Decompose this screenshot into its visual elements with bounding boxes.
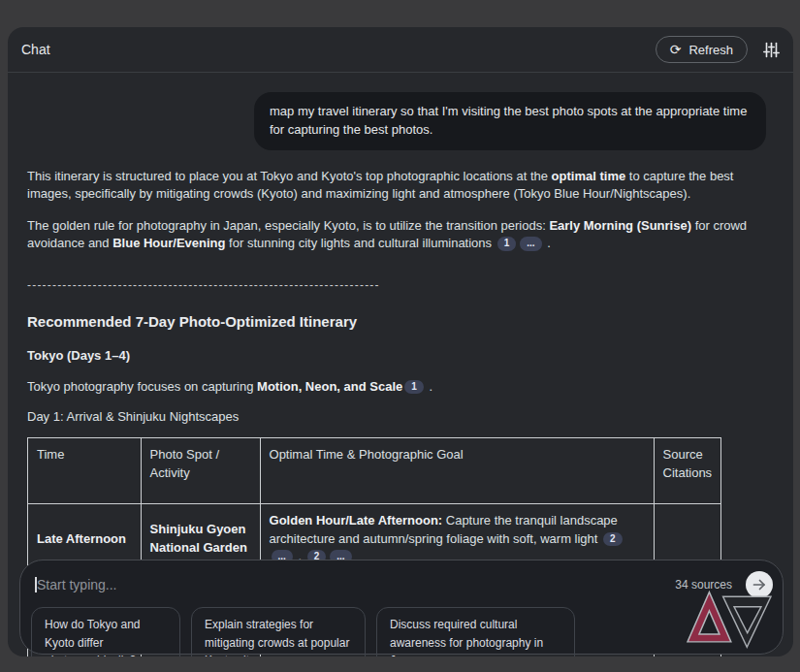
- suggestion-chip[interactable]: How do Tokyo and Kyoto differ photograph…: [31, 607, 180, 656]
- refresh-icon: ⟳: [670, 43, 682, 56]
- itinerary-heading: Recommended 7-Day Photo-Optimized Itiner…: [27, 313, 774, 330]
- suggestion-chip[interactable]: Discuss required cultural awareness for …: [376, 607, 575, 656]
- page-title: Chat: [21, 42, 50, 57]
- tokyo-days-subheading: Tokyo (Days 1–4): [27, 348, 774, 363]
- tune-icon: [763, 42, 780, 58]
- column-header-goal: Optimal Time & Photographic Goal: [260, 438, 654, 504]
- chat-panel: Chat ⟳ Refresh map my travel itinerary s…: [8, 27, 793, 656]
- chat-header: Chat ⟳ Refresh: [8, 27, 793, 73]
- bold-text: Early Morning (Sunrise): [549, 218, 691, 233]
- message-divider: ----------------------------------------…: [27, 278, 774, 292]
- citation-chip[interactable]: ...: [520, 237, 541, 251]
- bold-text: Blue Hour/Evening: [112, 236, 225, 250]
- column-header-citations: Source Citations: [654, 438, 721, 504]
- compose-row: 34 sources: [20, 560, 783, 600]
- citation-chip[interactable]: 1: [404, 380, 424, 395]
- refresh-button-label: Refresh: [688, 43, 733, 57]
- assistant-paragraph: Tokyo photography focuses on capturing M…: [27, 378, 774, 396]
- refresh-button[interactable]: ⟳ Refresh: [656, 36, 748, 63]
- android-police-logo: [685, 589, 774, 651]
- citation-chip[interactable]: 1: [497, 237, 517, 251]
- assistant-paragraph: The golden rule for photography in Japan…: [27, 217, 774, 253]
- user-message-bubble: map my travel itinerary so that I'm visi…: [254, 92, 766, 150]
- bold-text: Golden Hour/Late Afternoon:: [270, 513, 443, 528]
- suggestion-chip[interactable]: Explain strategies for mitigating crowds…: [191, 607, 366, 656]
- citation-chip[interactable]: 2: [603, 532, 623, 547]
- assistant-paragraph: This itinerary is structured to place yo…: [27, 168, 774, 204]
- bold-text: optimal time: [552, 169, 626, 183]
- column-header-spot: Photo Spot / Activity: [141, 438, 260, 504]
- bold-text: Motion, Neon, and Scale: [257, 379, 402, 394]
- chat-input[interactable]: [37, 577, 667, 592]
- column-header-time: Time: [28, 438, 142, 504]
- chat-settings-button[interactable]: [763, 42, 780, 58]
- composer-panel: 34 sources How do Tokyo and Kyoto differ…: [19, 560, 784, 655]
- table-header-row: Time Photo Spot / Activity Optimal Time …: [28, 438, 721, 504]
- day1-heading: Day 1: Arrival & Shinjuku Nightscapes: [27, 408, 774, 426]
- suggestion-chips: How do Tokyo and Kyoto differ photograph…: [20, 600, 783, 656]
